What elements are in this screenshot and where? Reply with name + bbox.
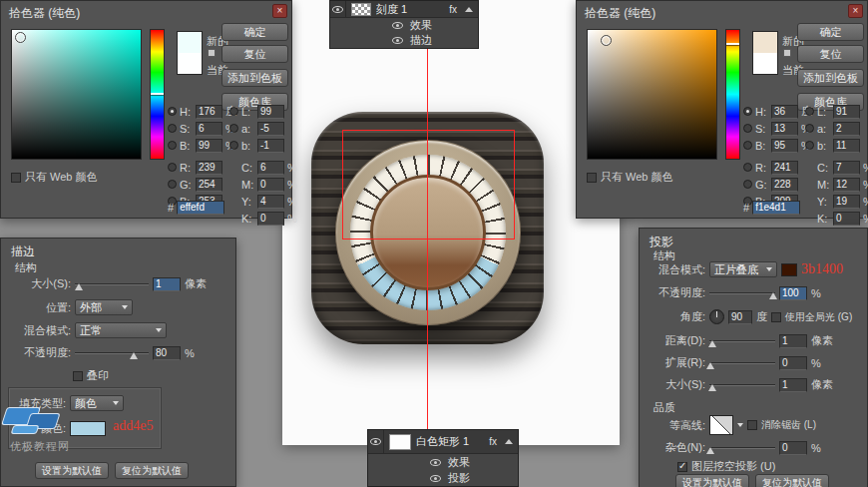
l-value-input[interactable]: 91 bbox=[833, 105, 860, 119]
reset-default-button[interactable]: 复位为默认值 bbox=[755, 474, 829, 487]
visibility-cell[interactable] bbox=[368, 430, 384, 453]
layer-row[interactable]: 刻度 1 fx bbox=[330, 1, 478, 18]
effects-row[interactable]: 效果 bbox=[368, 454, 518, 470]
web-colors-only-checkbox-row[interactable]: 只有 Web 颜色 bbox=[587, 170, 673, 185]
angle-value-input[interactable]: 90 bbox=[728, 310, 752, 324]
saturation-brightness-field[interactable] bbox=[587, 29, 717, 160]
size-value-input[interactable]: 1 bbox=[779, 378, 807, 392]
collapse-chevron-icon[interactable] bbox=[505, 439, 513, 444]
layer-knockout-checkbox[interactable] bbox=[677, 462, 687, 472]
s-value-input[interactable]: 6 bbox=[196, 122, 222, 136]
reset-default-button[interactable]: 复位为默认值 bbox=[115, 462, 189, 479]
distance-slider[interactable] bbox=[709, 336, 775, 346]
radio-g[interactable] bbox=[168, 180, 177, 189]
close-icon[interactable]: × bbox=[272, 4, 287, 18]
radio-b[interactable] bbox=[743, 141, 752, 150]
spread-slider[interactable] bbox=[709, 358, 775, 368]
noise-slider[interactable] bbox=[709, 443, 775, 453]
layer-name[interactable]: 刻度 1 bbox=[376, 2, 446, 17]
a-value-input[interactable]: -5 bbox=[257, 122, 284, 136]
radio-l[interactable] bbox=[805, 107, 814, 116]
eye-icon[interactable] bbox=[430, 459, 441, 466]
distance-value-input[interactable]: 1 bbox=[779, 334, 807, 348]
radio-g[interactable] bbox=[743, 180, 752, 189]
hex-value-input[interactable]: effefd bbox=[177, 201, 224, 215]
checkbox[interactable] bbox=[11, 173, 21, 183]
radio-b[interactable] bbox=[168, 141, 177, 150]
b-value-input[interactable]: 99 bbox=[196, 139, 222, 153]
knockout-row[interactable]: 图层挖空投影 (U) bbox=[677, 459, 775, 474]
color-marker[interactable] bbox=[602, 36, 611, 45]
b-value-input[interactable]: 95 bbox=[771, 139, 798, 153]
opacity-value-input[interactable]: 100 bbox=[779, 286, 807, 300]
radio-a[interactable] bbox=[805, 124, 814, 133]
fx-icon[interactable]: fx bbox=[489, 436, 497, 447]
layer-row[interactable]: 白色矩形 1 fx bbox=[368, 430, 518, 454]
overprint-checkbox[interactable] bbox=[73, 371, 83, 381]
h-value-input[interactable]: 176 bbox=[196, 105, 222, 119]
reset-button[interactable]: 复位 bbox=[797, 45, 864, 63]
stroke-effect-row[interactable]: 描边 bbox=[330, 33, 478, 48]
opacity-value-input[interactable]: 80 bbox=[153, 346, 181, 360]
layer-thumbnail[interactable] bbox=[389, 434, 411, 450]
eye-icon[interactable] bbox=[430, 475, 441, 482]
size-slider[interactable] bbox=[709, 380, 775, 390]
blend-mode-dropdown[interactable]: 正片叠底 bbox=[709, 261, 777, 277]
checkbox[interactable] bbox=[587, 173, 597, 183]
ok-button[interactable]: 确定 bbox=[221, 23, 288, 41]
k-value-input[interactable]: 0 bbox=[257, 212, 284, 226]
eye-icon[interactable] bbox=[392, 22, 403, 29]
radio-r[interactable] bbox=[743, 163, 752, 172]
opacity-slider[interactable] bbox=[75, 348, 149, 358]
m-value-input[interactable]: 0 bbox=[257, 178, 284, 192]
stroke-color-swatch[interactable] bbox=[70, 421, 106, 436]
g-value-input[interactable]: 254 bbox=[196, 178, 222, 192]
hue-marker[interactable] bbox=[726, 43, 739, 45]
fill-type-dropdown[interactable]: 颜色 bbox=[70, 395, 124, 411]
set-default-button[interactable]: 设置为默认值 bbox=[675, 474, 749, 487]
shadow-color-swatch[interactable] bbox=[781, 263, 797, 276]
saturation-brightness-field[interactable] bbox=[11, 29, 142, 160]
hex-value-input[interactable]: f1e4d1 bbox=[752, 201, 800, 215]
eye-icon[interactable] bbox=[392, 37, 403, 44]
antialias-checkbox[interactable] bbox=[747, 420, 757, 430]
hue-slider[interactable] bbox=[150, 29, 165, 160]
eye-icon[interactable] bbox=[332, 6, 343, 13]
r-value-input[interactable]: 241 bbox=[771, 161, 798, 175]
gamut-cube-icon[interactable] bbox=[208, 49, 216, 57]
shadow-effect-row[interactable]: 投影 bbox=[368, 470, 518, 486]
size-slider[interactable] bbox=[75, 279, 149, 289]
collapse-chevron-icon[interactable] bbox=[465, 7, 473, 12]
global-light-checkbox[interactable] bbox=[771, 312, 781, 322]
color-marker[interactable] bbox=[16, 33, 25, 42]
y-value-input[interactable]: 19 bbox=[833, 195, 860, 209]
layer-name[interactable]: 白色矩形 1 bbox=[416, 434, 486, 449]
add-to-swatches-button[interactable]: 添加到色板 bbox=[221, 69, 288, 87]
r-value-input[interactable]: 239 bbox=[196, 161, 222, 175]
set-default-button[interactable]: 设置为默认值 bbox=[35, 462, 109, 479]
a-value-input[interactable]: 2 bbox=[833, 122, 860, 136]
size-value-input[interactable]: 1 bbox=[153, 277, 181, 291]
radio-s[interactable] bbox=[168, 124, 177, 133]
y-value-input[interactable]: 4 bbox=[257, 195, 284, 209]
radio-l[interactable] bbox=[229, 107, 238, 116]
web-colors-only-checkbox-row[interactable]: 只有 Web 颜色 bbox=[11, 170, 98, 185]
radio-bb[interactable] bbox=[229, 141, 238, 150]
blend-mode-dropdown[interactable]: 正常 bbox=[75, 322, 167, 338]
radio-r[interactable] bbox=[168, 163, 177, 172]
position-dropdown[interactable]: 外部 bbox=[75, 299, 133, 315]
noise-value-input[interactable]: 0 bbox=[779, 441, 807, 455]
radio-h[interactable] bbox=[743, 107, 752, 116]
s-value-input[interactable]: 13 bbox=[771, 122, 798, 136]
c-value-input[interactable]: 6 bbox=[257, 161, 284, 175]
gamut-cube-icon[interactable] bbox=[783, 49, 791, 57]
radio-h[interactable] bbox=[168, 107, 177, 116]
l-value-input[interactable]: 99 bbox=[257, 105, 284, 119]
m-value-input[interactable]: 12 bbox=[833, 178, 860, 192]
opacity-slider[interactable] bbox=[709, 288, 775, 298]
add-to-swatches-button[interactable]: 添加到色板 bbox=[797, 69, 864, 87]
bb-value-input[interactable]: 11 bbox=[833, 139, 860, 153]
hue-marker[interactable] bbox=[151, 93, 164, 95]
eye-icon[interactable] bbox=[370, 438, 381, 445]
k-value-input[interactable]: 0 bbox=[833, 212, 860, 226]
